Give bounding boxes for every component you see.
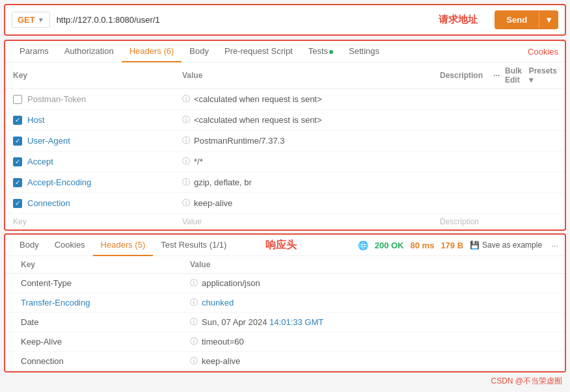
- response-rows: Content-Typeⓘapplication/jsonTransfer-En…: [5, 274, 565, 371]
- tab-authorization[interactable]: Authorization: [57, 41, 122, 62]
- globe-icon: 🌐: [358, 241, 368, 250]
- row-checkbox-1[interactable]: [13, 116, 22, 125]
- method-label: GET: [18, 15, 35, 25]
- row-key-1: Host: [27, 115, 45, 125]
- add-row: Key Value Description: [5, 214, 565, 229]
- value-cell-1: ⓘ<calculated when request is sent>: [182, 114, 440, 125]
- request-tabs-right: Cookies: [528, 47, 558, 57]
- save-example-button[interactable]: 💾 Save as example: [470, 241, 542, 250]
- response-more-icon[interactable]: ···: [551, 241, 558, 250]
- info-icon-1[interactable]: ⓘ: [182, 114, 190, 125]
- description-header: Description: [440, 71, 483, 80]
- resp-key-3: Keep-Alive: [21, 337, 190, 346]
- row-value-5: keep-alive: [194, 198, 232, 208]
- add-value-placeholder: Value: [182, 217, 440, 226]
- watermark: CSDN @不当荣虚囿: [491, 376, 562, 387]
- row-checkbox-3[interactable]: [13, 157, 22, 166]
- tab-params[interactable]: Params: [12, 41, 57, 62]
- resp-table-row: DateⓘSun, 07 Apr 2024 14:01:33 GMT: [5, 313, 565, 332]
- method-selector[interactable]: GET ▼: [12, 12, 50, 28]
- resp-value-text-4: keep-alive: [202, 356, 240, 366]
- req-value-header: Value: [182, 71, 440, 80]
- resp-table-row: Transfer-Encodingⓘchunked: [5, 293, 565, 313]
- bulk-edit-area: Description ··· Bulk Edit Presets ▾: [440, 66, 557, 85]
- date-part: Sun, 07 Apr 2024: [202, 317, 269, 327]
- url-input[interactable]: [54, 12, 422, 27]
- save-example-label: Save as example: [482, 241, 542, 250]
- row-checkbox-5[interactable]: [13, 199, 22, 208]
- resp-key-0: Content-Type: [21, 278, 190, 288]
- status-area: 🌐 200 OK 80 ms 179 B 💾 Save as example ·…: [358, 238, 558, 253]
- row-key-5: Connection: [27, 198, 70, 208]
- resp-key-4: Connection: [21, 356, 190, 366]
- presets-label[interactable]: Presets ▾: [529, 66, 557, 85]
- send-dropdown-icon[interactable]: ▼: [539, 10, 558, 29]
- resp-tab-headers[interactable]: Headers (5): [93, 235, 154, 256]
- resp-table-row: Connectionⓘkeep-alive: [5, 352, 565, 371]
- resp-tab-body[interactable]: Body: [12, 235, 47, 256]
- add-desc-placeholder: Description: [440, 217, 557, 226]
- tab-headers[interactable]: Headers (6): [122, 41, 182, 62]
- info-icon-5[interactable]: ⓘ: [182, 198, 190, 209]
- response-tabs: BodyCookiesHeaders (5)Test Results (1/1)…: [5, 235, 565, 256]
- row-key-0: Postman-Token: [27, 94, 86, 104]
- tab-prerequest[interactable]: Pre-request Script: [217, 41, 301, 62]
- resp-tab-testresults[interactable]: Test Results (1/1): [153, 235, 234, 256]
- row-checkbox-4[interactable]: [13, 178, 22, 187]
- url-bar: GET ▼ 请求地址 Send ▼: [4, 4, 566, 36]
- info-icon-0[interactable]: ⓘ: [182, 94, 190, 105]
- more-header-icon[interactable]: ···: [493, 71, 500, 80]
- row-value-4: gzip, deflate, br: [194, 177, 252, 187]
- table-row: User-AgentⓘPostmanRuntime/7.37.3: [5, 131, 565, 151]
- tab-settings[interactable]: Settings: [341, 41, 387, 62]
- resp-val-4: ⓘkeep-alive: [190, 356, 549, 367]
- table-row: Connectionⓘkeep-alive: [5, 193, 565, 214]
- tab-tests[interactable]: Tests: [301, 41, 341, 62]
- resp-val-3: ⓘtimeout=60: [190, 336, 549, 347]
- info-icon-3[interactable]: ⓘ: [182, 156, 190, 167]
- tab-dot-tests: [329, 50, 333, 54]
- response-panel: BodyCookiesHeaders (5)Test Results (1/1)…: [4, 233, 566, 372]
- response-label: 响应头: [265, 239, 297, 252]
- resp-table-row: Content-Typeⓘapplication/json: [5, 274, 565, 293]
- response-table-header: Key Value: [5, 256, 565, 274]
- resp-val-2: ⓘSun, 07 Apr 2024 14:01:33 GMT: [190, 317, 549, 328]
- table-row: Hostⓘ<calculated when request is sent>: [5, 110, 565, 131]
- send-label: Send: [495, 10, 539, 29]
- row-checkbox-0[interactable]: [13, 95, 22, 104]
- resp-value-text-3: timeout=60: [202, 337, 244, 346]
- resp-value-text-1: chunked: [202, 298, 234, 307]
- resp-tab-cookies[interactable]: Cookies: [47, 235, 93, 256]
- resp-info-icon-3[interactable]: ⓘ: [190, 336, 198, 347]
- resp-key-header: Key: [21, 260, 190, 269]
- value-cell-4: ⓘgzip, deflate, br: [182, 177, 440, 188]
- resp-table-row: Keep-Aliveⓘtimeout=60: [5, 332, 565, 352]
- table-row: Accept-Encodingⓘgzip, deflate, br: [5, 172, 565, 193]
- row-value-0: <calculated when request is sent>: [194, 94, 322, 104]
- key-cell-2: User-Agent: [13, 136, 182, 146]
- bulk-edit-label[interactable]: Bulk Edit: [505, 66, 524, 85]
- resp-value-header: Value: [190, 260, 549, 269]
- info-icon-2[interactable]: ⓘ: [182, 135, 190, 146]
- value-cell-3: ⓘ*/*: [182, 156, 440, 167]
- url-label: 请求地址: [426, 14, 491, 26]
- resp-info-icon-2[interactable]: ⓘ: [190, 317, 198, 328]
- cookies-link[interactable]: Cookies: [528, 47, 558, 57]
- table-row: Acceptⓘ*/*: [5, 151, 565, 172]
- chevron-down-icon: ▼: [38, 16, 44, 23]
- resp-info-icon-1[interactable]: ⓘ: [190, 297, 198, 308]
- info-icon-4[interactable]: ⓘ: [182, 177, 190, 188]
- request-panel: ParamsAuthorizationHeaders (6)BodyPre-re…: [4, 40, 566, 231]
- resp-val-1: ⓘchunked: [190, 297, 549, 308]
- row-checkbox-2[interactable]: [13, 137, 22, 146]
- key-cell-5: Connection: [13, 198, 182, 208]
- row-value-2: PostmanRuntime/7.37.3: [194, 136, 284, 146]
- resp-val-0: ⓘapplication/json: [190, 278, 549, 289]
- resp-info-icon-4[interactable]: ⓘ: [190, 356, 198, 367]
- tab-body[interactable]: Body: [182, 41, 217, 62]
- table-row: Postman-Tokenⓘ<calculated when request i…: [5, 89, 565, 110]
- resp-info-icon-0[interactable]: ⓘ: [190, 278, 198, 289]
- row-key-3: Accept: [27, 157, 53, 166]
- resp-date-val-2: Sun, 07 Apr 2024 14:01:33 GMT: [202, 317, 323, 327]
- send-button[interactable]: Send ▼: [495, 10, 558, 29]
